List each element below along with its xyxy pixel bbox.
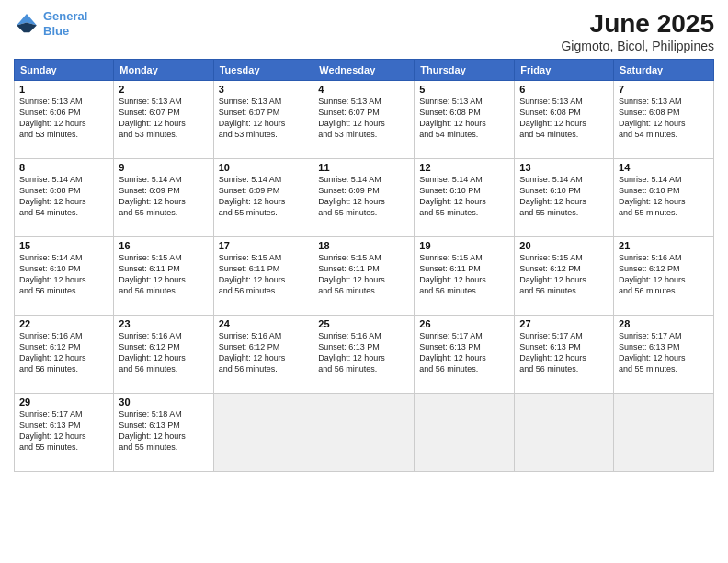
day-info: Sunrise: 5:13 AMSunset: 6:07 PMDaylight:…	[119, 96, 208, 141]
day-info: Sunrise: 5:13 AMSunset: 6:07 PMDaylight:…	[318, 96, 409, 141]
day-number: 21	[619, 240, 709, 251]
table-row: 15 Sunrise: 5:14 AMSunset: 6:10 PMDaylig…	[15, 237, 114, 316]
day-info: Sunrise: 5:14 AMSunset: 6:10 PMDaylight:…	[19, 252, 108, 297]
day-info: Sunrise: 5:16 AMSunset: 6:12 PMDaylight:…	[219, 330, 309, 375]
day-info: Sunrise: 5:16 AMSunset: 6:13 PMDaylight:…	[318, 330, 409, 375]
day-number: 7	[619, 84, 709, 95]
table-row: 5 Sunrise: 5:13 AMSunset: 6:08 PMDayligh…	[415, 81, 515, 159]
table-row	[614, 394, 714, 472]
logo-icon	[14, 11, 40, 37]
table-row: 27 Sunrise: 5:17 AMSunset: 6:13 PMDaylig…	[515, 316, 614, 394]
header: General Blue June 2025 Gigmoto, Bicol, P…	[14, 9, 714, 53]
header-friday: Friday	[515, 60, 614, 81]
table-row: 20 Sunrise: 5:15 AMSunset: 6:12 PMDaylig…	[515, 237, 614, 316]
day-info: Sunrise: 5:13 AMSunset: 6:07 PMDaylight:…	[219, 96, 309, 141]
day-info: Sunrise: 5:17 AMSunset: 6:13 PMDaylight:…	[19, 408, 108, 454]
header-tuesday: Tuesday	[213, 60, 313, 81]
day-number: 3	[219, 84, 309, 95]
day-info: Sunrise: 5:15 AMSunset: 6:11 PMDaylight:…	[318, 252, 409, 297]
day-number: 11	[318, 162, 409, 173]
table-row: 9 Sunrise: 5:14 AMSunset: 6:09 PMDayligh…	[114, 159, 213, 237]
table-row	[515, 394, 614, 472]
table-row: 13 Sunrise: 5:14 AMSunset: 6:10 PMDaylig…	[515, 159, 614, 237]
day-number: 30	[119, 396, 208, 408]
calendar-week-3: 15 Sunrise: 5:14 AMSunset: 6:10 PMDaylig…	[15, 237, 714, 316]
logo: General Blue	[14, 9, 87, 38]
table-row: 19 Sunrise: 5:15 AMSunset: 6:11 PMDaylig…	[415, 237, 515, 316]
table-row: 18 Sunrise: 5:15 AMSunset: 6:11 PMDaylig…	[313, 237, 415, 316]
day-info: Sunrise: 5:14 AMSunset: 6:09 PMDaylight:…	[119, 174, 208, 219]
day-info: Sunrise: 5:14 AMSunset: 6:10 PMDaylight:…	[519, 174, 609, 219]
calendar-week-2: 8 Sunrise: 5:14 AMSunset: 6:08 PMDayligh…	[15, 159, 714, 237]
day-number: 14	[619, 162, 709, 173]
day-number: 9	[119, 162, 208, 173]
table-row: 21 Sunrise: 5:16 AMSunset: 6:12 PMDaylig…	[614, 237, 714, 316]
table-row	[415, 394, 515, 472]
table-row: 29 Sunrise: 5:17 AMSunset: 6:13 PMDaylig…	[15, 394, 114, 472]
day-info: Sunrise: 5:15 AMSunset: 6:11 PMDaylight:…	[419, 252, 509, 297]
table-row: 2 Sunrise: 5:13 AMSunset: 6:07 PMDayligh…	[114, 81, 213, 159]
calendar-week-5: 29 Sunrise: 5:17 AMSunset: 6:13 PMDaylig…	[15, 394, 714, 472]
calendar-week-4: 22 Sunrise: 5:16 AMSunset: 6:12 PMDaylig…	[15, 316, 714, 394]
day-info: Sunrise: 5:15 AMSunset: 6:12 PMDaylight:…	[519, 252, 609, 297]
logo-text: General Blue	[43, 9, 87, 38]
day-number: 26	[419, 318, 509, 329]
day-number: 24	[219, 318, 309, 329]
calendar-table: Sunday Monday Tuesday Wednesday Thursday…	[14, 59, 714, 472]
day-info: Sunrise: 5:18 AMSunset: 6:13 PMDaylight:…	[119, 408, 208, 454]
day-info: Sunrise: 5:14 AMSunset: 6:08 PMDaylight:…	[19, 174, 108, 219]
day-number: 23	[119, 318, 208, 329]
day-number: 6	[519, 84, 609, 95]
day-info: Sunrise: 5:14 AMSunset: 6:10 PMDaylight:…	[619, 174, 709, 219]
table-row: 12 Sunrise: 5:14 AMSunset: 6:10 PMDaylig…	[415, 159, 515, 237]
table-row	[213, 394, 313, 472]
day-info: Sunrise: 5:16 AMSunset: 6:12 PMDaylight:…	[19, 330, 108, 375]
day-info: Sunrise: 5:14 AMSunset: 6:10 PMDaylight:…	[419, 174, 509, 219]
day-info: Sunrise: 5:13 AMSunset: 6:06 PMDaylight:…	[19, 96, 108, 141]
table-row: 22 Sunrise: 5:16 AMSunset: 6:12 PMDaylig…	[15, 316, 114, 394]
day-number: 5	[419, 84, 509, 95]
header-sunday: Sunday	[15, 60, 114, 81]
day-number: 25	[318, 318, 409, 329]
day-info: Sunrise: 5:16 AMSunset: 6:12 PMDaylight:…	[619, 252, 709, 297]
logo-line1: General	[43, 9, 87, 23]
day-number: 19	[419, 240, 509, 251]
table-row: 24 Sunrise: 5:16 AMSunset: 6:12 PMDaylig…	[213, 316, 313, 394]
day-number: 15	[19, 240, 108, 251]
table-row: 30 Sunrise: 5:18 AMSunset: 6:13 PMDaylig…	[114, 394, 213, 472]
day-number: 10	[219, 162, 309, 173]
table-row: 8 Sunrise: 5:14 AMSunset: 6:08 PMDayligh…	[15, 159, 114, 237]
day-number: 18	[318, 240, 409, 251]
table-row: 6 Sunrise: 5:13 AMSunset: 6:08 PMDayligh…	[515, 81, 614, 159]
day-number: 1	[19, 84, 108, 95]
day-info: Sunrise: 5:13 AMSunset: 6:08 PMDaylight:…	[519, 96, 609, 141]
calendar-header-row: Sunday Monday Tuesday Wednesday Thursday…	[15, 60, 714, 81]
calendar-week-1: 1 Sunrise: 5:13 AMSunset: 6:06 PMDayligh…	[15, 81, 714, 159]
day-number: 13	[519, 162, 609, 173]
day-number: 22	[19, 318, 108, 329]
header-monday: Monday	[114, 60, 213, 81]
table-row: 25 Sunrise: 5:16 AMSunset: 6:13 PMDaylig…	[313, 316, 415, 394]
day-info: Sunrise: 5:13 AMSunset: 6:08 PMDaylight:…	[419, 96, 509, 141]
day-info: Sunrise: 5:15 AMSunset: 6:11 PMDaylight:…	[219, 252, 309, 297]
day-number: 17	[219, 240, 309, 251]
day-number: 28	[619, 318, 709, 329]
table-row: 1 Sunrise: 5:13 AMSunset: 6:06 PMDayligh…	[15, 81, 114, 159]
table-row: 10 Sunrise: 5:14 AMSunset: 6:09 PMDaylig…	[213, 159, 313, 237]
table-row: 4 Sunrise: 5:13 AMSunset: 6:07 PMDayligh…	[313, 81, 415, 159]
day-info: Sunrise: 5:13 AMSunset: 6:08 PMDaylight:…	[619, 96, 709, 141]
day-number: 16	[119, 240, 208, 251]
table-row: 17 Sunrise: 5:15 AMSunset: 6:11 PMDaylig…	[213, 237, 313, 316]
table-row: 11 Sunrise: 5:14 AMSunset: 6:09 PMDaylig…	[313, 159, 415, 237]
day-info: Sunrise: 5:17 AMSunset: 6:13 PMDaylight:…	[619, 330, 709, 375]
header-thursday: Thursday	[415, 60, 515, 81]
title-block: June 2025 Gigmoto, Bicol, Philippines	[561, 9, 714, 53]
table-row: 14 Sunrise: 5:14 AMSunset: 6:10 PMDaylig…	[614, 159, 714, 237]
header-wednesday: Wednesday	[313, 60, 415, 81]
table-row: 28 Sunrise: 5:17 AMSunset: 6:13 PMDaylig…	[614, 316, 714, 394]
day-info: Sunrise: 5:15 AMSunset: 6:11 PMDaylight:…	[119, 252, 208, 297]
day-info: Sunrise: 5:17 AMSunset: 6:13 PMDaylight:…	[419, 330, 509, 375]
day-number: 29	[19, 396, 108, 408]
day-number: 4	[318, 84, 409, 95]
day-number: 12	[419, 162, 509, 173]
